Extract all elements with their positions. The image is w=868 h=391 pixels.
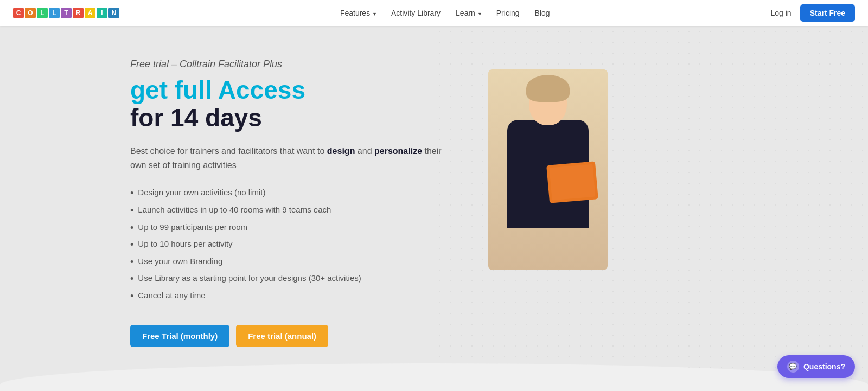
hero-content: Free trial – Colltrain Facilitator Plus …: [130, 59, 456, 347]
start-free-button[interactable]: Start Free: [800, 4, 855, 22]
hero-section: Free trial – Colltrain Facilitator Plus …: [0, 26, 868, 390]
feature-item: Launch activities in up to 40 rooms with…: [130, 202, 456, 220]
nav-item-blog[interactable]: Blog: [535, 8, 550, 18]
annual-trial-button[interactable]: Free trial (annual): [236, 325, 328, 347]
logo-letter: N: [108, 8, 119, 18]
feature-item: Up to 10 hours per activity: [130, 236, 456, 254]
logo-letter: O: [25, 8, 36, 18]
nav-item-learn[interactable]: Learn ▾: [456, 8, 481, 18]
bold-design: design: [327, 146, 355, 156]
chat-label: Questions?: [803, 362, 845, 371]
feature-list: Design your own activities (no limit)Lau…: [130, 185, 456, 305]
feature-item: Cancel at any time: [130, 288, 456, 305]
person-body: [507, 120, 589, 228]
pricing-link[interactable]: Pricing: [496, 9, 520, 17]
chat-icon: 💬: [787, 361, 799, 373]
chevron-down-icon: ▾: [373, 11, 376, 17]
logo-letter: I: [97, 8, 107, 18]
monthly-trial-button[interactable]: Free Trial (monthly): [130, 325, 229, 347]
navbar: COLLTRAIN Features ▾ Activity Library Le…: [0, 0, 868, 26]
logo-letter: A: [85, 8, 95, 18]
chat-button[interactable]: 💬 Questions?: [777, 355, 855, 378]
hero-inner: Free trial – Colltrain Facilitator Plus …: [108, 59, 760, 347]
features-link[interactable]: Features ▾: [340, 9, 376, 17]
bold-personalize: personalize: [374, 146, 422, 156]
person-folder: [546, 161, 598, 203]
hero-image: [488, 69, 608, 270]
hero-title: get full Access for 14 days: [130, 76, 456, 131]
person-illustration: [488, 69, 608, 270]
hero-title-dark: for 14 days: [130, 104, 456, 132]
logo-letter: T: [61, 8, 72, 18]
logo-letter: C: [13, 8, 24, 18]
person-hair: [526, 75, 570, 102]
logo-letter: L: [37, 8, 48, 18]
logo[interactable]: COLLTRAIN: [13, 8, 119, 18]
chevron-down-icon: ▾: [478, 11, 481, 17]
nav-item-activity-library[interactable]: Activity Library: [391, 8, 441, 18]
feature-item: Design your own activities (no limit): [130, 185, 456, 202]
hero-description: Best choice for trainers and facilitator…: [130, 144, 456, 172]
nav-right: Log in Start Free: [770, 4, 855, 22]
nav-links: Features ▾ Activity Library Learn ▾ Pric…: [340, 8, 550, 18]
hero-subtitle: Free trial – Colltrain Facilitator Plus: [130, 59, 456, 70]
feature-item: Up to 99 participants per room: [130, 220, 456, 237]
logo-letter: R: [73, 8, 84, 18]
activity-library-link[interactable]: Activity Library: [391, 9, 441, 17]
hero-title-colored: get full Access: [130, 76, 456, 104]
login-link[interactable]: Log in: [770, 9, 791, 17]
nav-item-pricing[interactable]: Pricing: [496, 8, 520, 18]
person-head: [529, 79, 567, 125]
cta-buttons: Free Trial (monthly) Free trial (annual): [130, 325, 456, 347]
learn-link[interactable]: Learn ▾: [456, 9, 481, 17]
feature-item: Use Library as a starting point for your…: [130, 271, 456, 288]
feature-item: Use your own Branding: [130, 254, 456, 271]
logo-letter: L: [49, 8, 60, 18]
blog-link[interactable]: Blog: [535, 9, 550, 17]
nav-item-features[interactable]: Features ▾: [340, 8, 376, 18]
folder-inner: [550, 164, 596, 201]
